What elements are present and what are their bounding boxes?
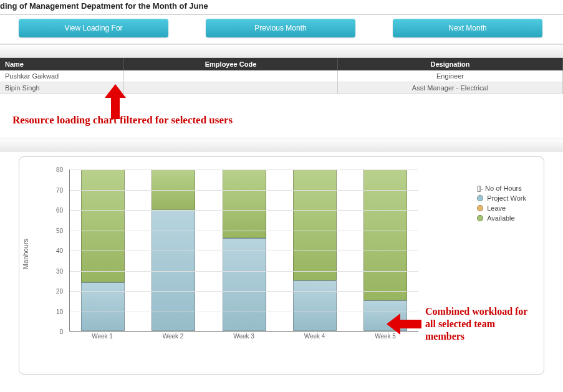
chart-x-ticks: Week 1Week 2Week 3Week 4Week 5 xyxy=(69,333,418,340)
col-name: Name xyxy=(0,58,124,70)
cell-designation: Engineer xyxy=(337,70,562,82)
previous-month-button[interactable]: Previous Month xyxy=(206,19,355,37)
legend-swatch-icon xyxy=(477,195,483,201)
chart-bar-segment xyxy=(293,280,337,331)
chart-bar-segment xyxy=(223,170,266,238)
page-title: ding of Management Depatment for the Mon… xyxy=(0,0,563,14)
col-designation: Designation xyxy=(337,58,562,70)
separator-bar xyxy=(0,44,563,58)
svg-marker-1 xyxy=(387,313,421,335)
chart-plot-area xyxy=(69,170,418,332)
legend-title: []- No of Hours xyxy=(477,184,526,192)
chart-y-tick: 70 xyxy=(19,186,63,193)
chart-gridline xyxy=(70,210,418,211)
chart-y-tick: 60 xyxy=(19,207,63,214)
chart-bar-segment xyxy=(81,170,125,282)
annotation-filter-note: Resource loading chart filtered for sele… xyxy=(12,114,233,127)
employee-table: Name Employee Code Designation Pushkar G… xyxy=(0,58,563,94)
chart-x-tick: Week 2 xyxy=(152,333,195,340)
table-header-row: Name Employee Code Designation xyxy=(0,58,563,70)
legend-item-project-work: Project Work xyxy=(477,194,526,202)
legend-swatch-icon xyxy=(477,215,483,221)
cell-code xyxy=(124,82,338,94)
chart-bar-segment xyxy=(293,170,337,280)
chart-y-tick: 50 xyxy=(19,227,63,234)
table-row[interactable]: Bipin SinghAsst Manager - Electrical xyxy=(0,82,563,94)
col-code: Employee Code xyxy=(124,58,338,70)
chart-gridline xyxy=(70,190,418,191)
chart-y-tick: 30 xyxy=(19,267,63,274)
legend-swatch-icon xyxy=(477,205,483,211)
annotation-arrow-left-icon xyxy=(387,313,421,337)
separator-bar-2 xyxy=(0,138,563,151)
chart-gridline xyxy=(70,231,418,231)
chart-x-tick: Week 4 xyxy=(293,333,337,340)
chart-x-tick: Week 3 xyxy=(222,333,266,340)
legend-item-available: Available xyxy=(477,214,526,222)
chart-gridline xyxy=(70,291,418,292)
chart-y-tick: 20 xyxy=(19,288,63,295)
legend-label: Leave xyxy=(487,204,506,212)
resource-loading-chart: Manhours Week 1Week 2Week 3Week 4Week 5 … xyxy=(19,156,544,375)
chart-y-tick: 0 xyxy=(19,328,63,335)
legend-title-text: []- No of Hours xyxy=(477,184,522,192)
chart-y-axis-label: Manhours xyxy=(22,239,29,269)
chart-bar-segment xyxy=(223,238,266,331)
chart-y-tick: 40 xyxy=(19,247,63,254)
chart-legend: []- No of Hours Project Work Leave Avail… xyxy=(477,182,526,224)
chart-x-tick: Week 1 xyxy=(80,333,124,340)
legend-label: Project Work xyxy=(487,194,526,202)
chart-bar-segment xyxy=(81,282,125,331)
annotation-combined-note: Combined workload for all selected team … xyxy=(425,305,531,343)
annotation-area: Resource loading chart filtered for sele… xyxy=(0,94,563,138)
chart-gridline xyxy=(70,312,418,312)
button-bar: View Loading For Previous Month Next Mon… xyxy=(0,14,563,44)
chart-y-tick: 10 xyxy=(19,308,63,315)
chart-gridline xyxy=(70,332,418,332)
legend-item-leave: Leave xyxy=(477,204,526,212)
view-loading-button[interactable]: View Loading For xyxy=(19,19,168,37)
chart-gridline xyxy=(70,170,418,170)
cell-name: Pushkar Gaikwad xyxy=(0,70,124,82)
chart-gridline xyxy=(70,251,418,251)
table-row[interactable]: Pushkar GaikwadEngineer xyxy=(0,70,563,82)
chart-y-tick: 80 xyxy=(19,166,63,173)
cell-code xyxy=(124,70,338,82)
legend-label: Available xyxy=(487,214,514,222)
chart-gridline xyxy=(70,271,418,272)
cell-designation: Asst Manager - Electrical xyxy=(337,82,562,94)
next-month-button[interactable]: Next Month xyxy=(393,19,542,37)
